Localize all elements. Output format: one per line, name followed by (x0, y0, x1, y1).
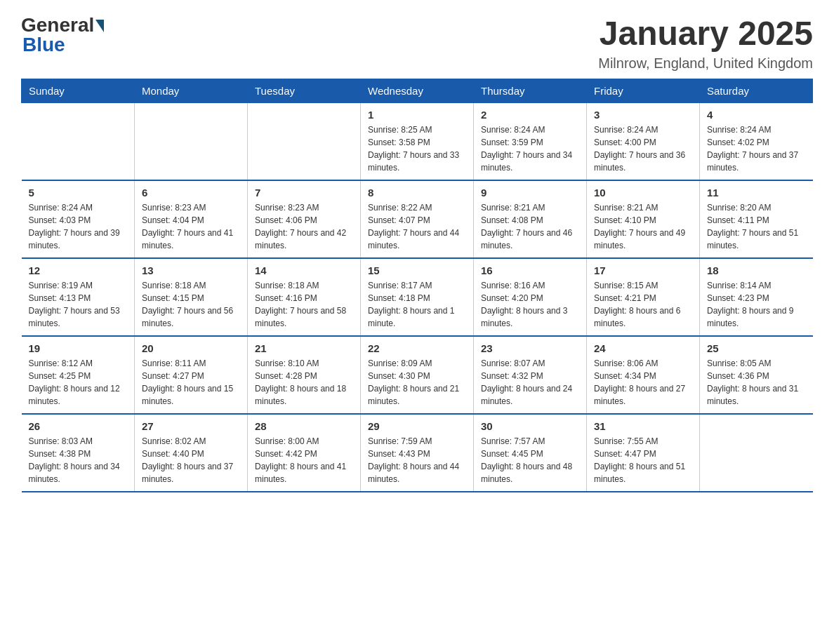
day-number: 22 (368, 342, 466, 354)
calendar-cell (248, 103, 361, 181)
day-number: 20 (142, 342, 240, 354)
day-header-sunday: Sunday (22, 79, 135, 103)
day-header-thursday: Thursday (474, 79, 587, 103)
calendar-table: SundayMondayTuesdayWednesdayThursdayFrid… (21, 79, 813, 492)
day-number: 2 (481, 109, 579, 121)
calendar-cell: 19Sunrise: 8:12 AMSunset: 4:25 PMDayligh… (22, 336, 135, 414)
day-info: Sunrise: 8:09 AMSunset: 4:30 PMDaylight:… (368, 357, 466, 408)
day-number: 4 (707, 109, 806, 121)
day-header-saturday: Saturday (700, 79, 813, 103)
calendar-cell: 4Sunrise: 8:24 AMSunset: 4:02 PMDaylight… (700, 103, 813, 181)
day-info: Sunrise: 8:18 AMSunset: 4:15 PMDaylight:… (142, 279, 240, 330)
calendar-cell: 25Sunrise: 8:05 AMSunset: 4:36 PMDayligh… (700, 336, 813, 414)
day-number: 16 (481, 264, 579, 276)
day-number: 9 (481, 187, 579, 199)
day-info: Sunrise: 8:24 AMSunset: 4:02 PMDaylight:… (707, 123, 806, 174)
day-number: 19 (29, 342, 128, 354)
day-info: Sunrise: 8:24 AMSunset: 3:59 PMDaylight:… (481, 123, 579, 174)
day-info: Sunrise: 8:12 AMSunset: 4:25 PMDaylight:… (29, 357, 128, 408)
day-number: 14 (255, 264, 353, 276)
day-info: Sunrise: 8:10 AMSunset: 4:28 PMDaylight:… (255, 357, 353, 408)
day-number: 1 (368, 109, 466, 121)
calendar-cell (135, 103, 248, 181)
calendar-cell: 24Sunrise: 8:06 AMSunset: 4:34 PMDayligh… (587, 336, 700, 414)
day-header-tuesday: Tuesday (248, 79, 361, 103)
day-info: Sunrise: 8:18 AMSunset: 4:16 PMDaylight:… (255, 279, 353, 330)
day-info: Sunrise: 8:06 AMSunset: 4:34 PMDaylight:… (594, 357, 692, 408)
day-number: 26 (29, 420, 128, 432)
calendar-cell: 20Sunrise: 8:11 AMSunset: 4:27 PMDayligh… (135, 336, 248, 414)
day-number: 25 (707, 342, 806, 354)
calendar-cell: 13Sunrise: 8:18 AMSunset: 4:15 PMDayligh… (135, 258, 248, 336)
day-info: Sunrise: 8:11 AMSunset: 4:27 PMDaylight:… (142, 357, 240, 408)
calendar-cell: 18Sunrise: 8:14 AMSunset: 4:23 PMDayligh… (700, 258, 813, 336)
day-number: 6 (142, 187, 240, 199)
calendar-header: SundayMondayTuesdayWednesdayThursdayFrid… (22, 79, 813, 103)
day-info: Sunrise: 8:23 AMSunset: 4:06 PMDaylight:… (255, 201, 353, 252)
calendar-cell: 9Sunrise: 8:21 AMSunset: 4:08 PMDaylight… (474, 180, 587, 258)
day-info: Sunrise: 8:14 AMSunset: 4:23 PMDaylight:… (707, 279, 806, 330)
day-number: 27 (142, 420, 240, 432)
calendar-cell: 29Sunrise: 7:59 AMSunset: 4:43 PMDayligh… (361, 414, 474, 492)
calendar-cell: 14Sunrise: 8:18 AMSunset: 4:16 PMDayligh… (248, 258, 361, 336)
week-row-3: 12Sunrise: 8:19 AMSunset: 4:13 PMDayligh… (22, 258, 813, 336)
logo-blue: Blue (22, 34, 65, 56)
calendar-title: January 2025 (598, 14, 813, 53)
day-info: Sunrise: 8:22 AMSunset: 4:07 PMDaylight:… (368, 201, 466, 252)
calendar-cell: 28Sunrise: 8:00 AMSunset: 4:42 PMDayligh… (248, 414, 361, 492)
calendar-cell: 8Sunrise: 8:22 AMSunset: 4:07 PMDaylight… (361, 180, 474, 258)
day-number: 18 (707, 264, 806, 276)
day-info: Sunrise: 8:21 AMSunset: 4:08 PMDaylight:… (481, 201, 579, 252)
calendar-cell: 3Sunrise: 8:24 AMSunset: 4:00 PMDaylight… (587, 103, 700, 181)
title-area: January 2025 Milnrow, England, United Ki… (598, 14, 813, 72)
day-info: Sunrise: 7:55 AMSunset: 4:47 PMDaylight:… (594, 435, 692, 485)
calendar-cell: 17Sunrise: 8:15 AMSunset: 4:21 PMDayligh… (587, 258, 700, 336)
day-info: Sunrise: 8:15 AMSunset: 4:21 PMDaylight:… (594, 279, 692, 330)
day-info: Sunrise: 8:25 AMSunset: 3:58 PMDaylight:… (368, 123, 466, 174)
day-info: Sunrise: 8:24 AMSunset: 4:03 PMDaylight:… (29, 201, 128, 252)
day-info: Sunrise: 8:00 AMSunset: 4:42 PMDaylight:… (255, 435, 353, 485)
day-number: 12 (29, 264, 128, 276)
location-subtitle: Milnrow, England, United Kingdom (598, 55, 813, 72)
week-row-1: 1Sunrise: 8:25 AMSunset: 3:58 PMDaylight… (22, 103, 813, 181)
day-header-row: SundayMondayTuesdayWednesdayThursdayFrid… (22, 79, 813, 103)
day-number: 11 (707, 187, 806, 199)
day-info: Sunrise: 8:16 AMSunset: 4:20 PMDaylight:… (481, 279, 579, 330)
day-number: 29 (368, 420, 466, 432)
day-info: Sunrise: 8:23 AMSunset: 4:04 PMDaylight:… (142, 201, 240, 252)
week-row-2: 5Sunrise: 8:24 AMSunset: 4:03 PMDaylight… (22, 180, 813, 258)
day-header-wednesday: Wednesday (361, 79, 474, 103)
calendar-cell: 26Sunrise: 8:03 AMSunset: 4:38 PMDayligh… (22, 414, 135, 492)
day-info: Sunrise: 8:21 AMSunset: 4:10 PMDaylight:… (594, 201, 692, 252)
calendar-cell: 12Sunrise: 8:19 AMSunset: 4:13 PMDayligh… (22, 258, 135, 336)
page-header: General Blue January 2025 Milnrow, Engla… (21, 14, 813, 72)
day-info: Sunrise: 8:05 AMSunset: 4:36 PMDaylight:… (707, 357, 806, 408)
day-number: 7 (255, 187, 353, 199)
calendar-cell: 31Sunrise: 7:55 AMSunset: 4:47 PMDayligh… (587, 414, 700, 492)
calendar-cell: 22Sunrise: 8:09 AMSunset: 4:30 PMDayligh… (361, 336, 474, 414)
day-number: 21 (255, 342, 353, 354)
week-row-4: 19Sunrise: 8:12 AMSunset: 4:25 PMDayligh… (22, 336, 813, 414)
calendar-cell: 27Sunrise: 8:02 AMSunset: 4:40 PMDayligh… (135, 414, 248, 492)
day-info: Sunrise: 8:24 AMSunset: 4:00 PMDaylight:… (594, 123, 692, 174)
calendar-cell: 16Sunrise: 8:16 AMSunset: 4:20 PMDayligh… (474, 258, 587, 336)
calendar-cell (700, 414, 813, 492)
week-row-5: 26Sunrise: 8:03 AMSunset: 4:38 PMDayligh… (22, 414, 813, 492)
calendar-cell: 10Sunrise: 8:21 AMSunset: 4:10 PMDayligh… (587, 180, 700, 258)
day-number: 15 (368, 264, 466, 276)
day-number: 10 (594, 187, 692, 199)
calendar-cell: 2Sunrise: 8:24 AMSunset: 3:59 PMDaylight… (474, 103, 587, 181)
day-info: Sunrise: 8:02 AMSunset: 4:40 PMDaylight:… (142, 435, 240, 485)
day-info: Sunrise: 7:57 AMSunset: 4:45 PMDaylight:… (481, 435, 579, 485)
calendar-cell: 15Sunrise: 8:17 AMSunset: 4:18 PMDayligh… (361, 258, 474, 336)
day-number: 5 (29, 187, 128, 199)
logo: General Blue (21, 14, 104, 56)
calendar-cell: 7Sunrise: 8:23 AMSunset: 4:06 PMDaylight… (248, 180, 361, 258)
calendar-cell (22, 103, 135, 181)
day-header-friday: Friday (587, 79, 700, 103)
day-number: 13 (142, 264, 240, 276)
calendar-body: 1Sunrise: 8:25 AMSunset: 3:58 PMDaylight… (22, 103, 813, 492)
logo-arrow-icon (95, 20, 104, 32)
day-number: 8 (368, 187, 466, 199)
day-info: Sunrise: 7:59 AMSunset: 4:43 PMDaylight:… (368, 435, 466, 485)
